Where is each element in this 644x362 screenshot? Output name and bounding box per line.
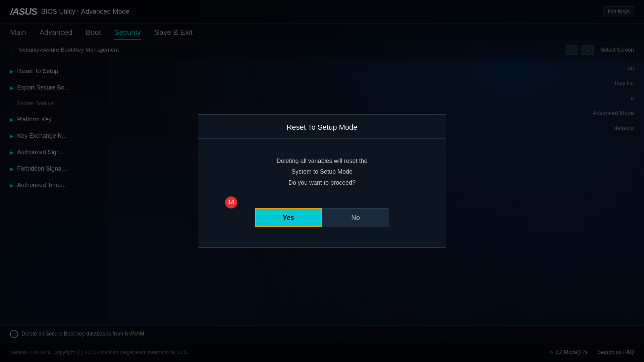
page-wrapper: /ASUS BIOS Utility - Advanced Mode Hot K…: [0, 0, 644, 362]
modal-message-line1: Deleting all variables will reset the: [276, 158, 367, 164]
modal-buttons: 14 Yes No: [208, 208, 436, 227]
modal-message: Deleting all variables will reset the Sy…: [208, 156, 436, 188]
modal-title: Reset To Setup Mode: [198, 115, 446, 139]
modal-dialog: Reset To Setup Mode Deleting all variabl…: [198, 114, 446, 248]
modal-message-line2: System to Setup Mode: [291, 168, 353, 175]
modal-no-button[interactable]: No: [322, 208, 389, 227]
modal-yes-button[interactable]: Yes: [255, 208, 322, 227]
modal-body: Deleting all variables will reset the Sy…: [198, 139, 446, 247]
modal-overlay: Reset To Setup Mode Deleting all variabl…: [0, 0, 644, 362]
step-badge: 14: [225, 196, 237, 208]
modal-message-line3: Do you want to proceed?: [288, 179, 356, 186]
